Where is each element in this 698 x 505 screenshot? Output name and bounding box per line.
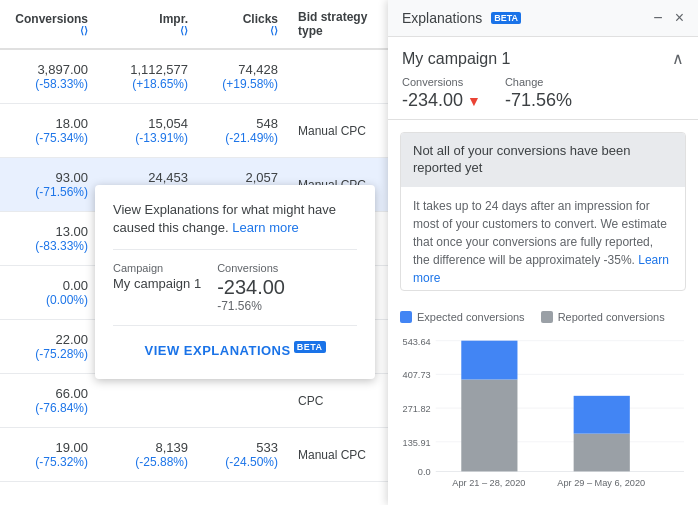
bar-reported-2 xyxy=(574,433,630,471)
metric-conversions: Conversions -234.00 ▼ xyxy=(402,76,481,111)
bar-expected-2 xyxy=(574,395,630,433)
conversions-change-3: (-83.33%) xyxy=(12,239,88,253)
cell-conversions-1: 18.00 (-75.34%) xyxy=(0,110,100,151)
warning-body-text: It takes up to 24 days after an impressi… xyxy=(413,199,667,267)
sort-icon-impr[interactable]: ⟨⟩ xyxy=(112,26,188,36)
svg-text:0.0: 0.0 xyxy=(418,467,431,477)
tooltip-divider xyxy=(113,249,357,250)
tooltip-campaign: Campaign My campaign 1 xyxy=(113,262,201,313)
cell-clicks-7: 533 (-24.50%) xyxy=(200,434,290,475)
cell-conversions-4: 0.00 (0.00%) xyxy=(0,272,100,313)
cell-conversions-0: 3,897.00 (-58.33%) xyxy=(0,56,100,97)
tooltip-description: View Explanations for what might have ca… xyxy=(113,201,357,237)
cta-label: VIEW EXPLANATIONS xyxy=(144,344,290,359)
conversions-change-1: (-75.34%) xyxy=(12,131,88,145)
chart-legend: Expected conversions Reported conversion… xyxy=(388,303,698,327)
metric-conversions-value: -234.00 ▼ xyxy=(402,90,481,111)
down-arrow-icon: ▼ xyxy=(467,93,481,109)
reported-color-swatch xyxy=(541,311,553,323)
cell-bid-1: Manual CPC xyxy=(290,118,390,144)
conversions-main-5: 22.00 xyxy=(12,332,88,347)
col-conversions-label: Conversions xyxy=(15,12,88,26)
close-button[interactable]: × xyxy=(675,10,684,26)
tooltip-conversions-pct: -71.56% xyxy=(217,299,285,313)
conversions-change-2: (-71.56%) xyxy=(12,185,88,199)
expected-color-swatch xyxy=(400,311,412,323)
bar-chart: 543.64 407.73 271.82 135.91 0.0 xyxy=(400,331,686,497)
legend-expected-label: Expected conversions xyxy=(417,311,525,323)
conversions-main-4: 0.00 xyxy=(12,278,88,293)
collapse-icon[interactable]: ∧ xyxy=(672,49,684,68)
cell-bid-7: Manual CPC xyxy=(290,442,390,468)
col-header-impr[interactable]: Impr. ⟨⟩ xyxy=(100,4,200,44)
cell-bid-6: CPC xyxy=(290,388,390,414)
col-header-clicks[interactable]: Clicks ⟨⟩ xyxy=(200,4,290,44)
sort-icon-conversions[interactable]: ⟨⟩ xyxy=(12,26,88,36)
conversions-change-6: (-76.84%) xyxy=(12,401,88,415)
clicks-main-2: 2,057 xyxy=(212,170,278,185)
col-bid-label: Bid strategy type xyxy=(298,10,367,38)
svg-text:Apr 21 – 28, 2020: Apr 21 – 28, 2020 xyxy=(452,477,525,487)
table-row[interactable]: 66.00 (-76.84%) CPC xyxy=(0,374,390,428)
cell-impr-0: 1,112,577 (+18.65%) xyxy=(100,56,200,97)
cell-clicks-1: 548 (-21.49%) xyxy=(200,110,290,151)
impr-main-7: 8,139 xyxy=(112,440,188,455)
minimize-button[interactable]: − xyxy=(653,10,662,26)
svg-text:135.91: 135.91 xyxy=(403,437,431,447)
cell-clicks-6 xyxy=(200,395,290,407)
tooltip-divider-2 xyxy=(113,325,357,326)
conversions-change-4: (0.00%) xyxy=(12,293,88,307)
tooltip-popup: View Explanations for what might have ca… xyxy=(95,185,375,379)
cell-impr-7: 8,139 (-25.88%) xyxy=(100,434,200,475)
col-clicks-label: Clicks xyxy=(243,12,278,26)
conversions-number: -234.00 xyxy=(402,90,463,111)
conversions-change-0: (-58.33%) xyxy=(12,77,88,91)
metric-change: Change -71.56% xyxy=(505,76,572,111)
panel-title-text: Explanations xyxy=(402,10,482,26)
table-row[interactable]: 3,897.00 (-58.33%) 1,112,577 (+18.65%) 7… xyxy=(0,50,390,104)
clicks-main-0: 74,428 xyxy=(212,62,278,77)
tooltip-conversions-value: -234.00 xyxy=(217,276,285,299)
panel-beta-badge: BETA xyxy=(491,12,521,24)
tooltip-conversions-label: Conversions xyxy=(217,262,285,274)
legend-reported-label: Reported conversions xyxy=(558,311,665,323)
table-header: Conversions ⟨⟩ Impr. ⟨⟩ Clicks ⟨⟩ Bid st… xyxy=(0,0,390,50)
cell-conversions-7: 19.00 (-75.32%) xyxy=(0,434,100,475)
warning-title: Not all of your conversions have been re… xyxy=(401,133,685,187)
cell-clicks-0: 74,428 (+19.58%) xyxy=(200,56,290,97)
legend-reported: Reported conversions xyxy=(541,311,665,323)
svg-text:271.82: 271.82 xyxy=(403,404,431,414)
conversions-main-1: 18.00 xyxy=(12,116,88,131)
view-explanations-button[interactable]: VIEW EXPLANATIONSBETA xyxy=(144,338,325,362)
conversions-main-3: 13.00 xyxy=(12,224,88,239)
conversions-main-7: 19.00 xyxy=(12,440,88,455)
col-header-conversions[interactable]: Conversions ⟨⟩ xyxy=(0,4,100,44)
impr-main-0: 1,112,577 xyxy=(112,62,188,77)
impr-main-2: 24,453 xyxy=(112,170,188,185)
tooltip-desc-text: View Explanations for what might have ca… xyxy=(113,202,336,235)
bar-reported-1 xyxy=(461,379,517,471)
sort-icon-clicks[interactable]: ⟨⟩ xyxy=(212,26,278,36)
cell-impr-1: 15,054 (-13.91%) xyxy=(100,110,200,151)
tooltip-body: Campaign My campaign 1 Conversions -234.… xyxy=(113,262,357,313)
conversions-change-5: (-75.28%) xyxy=(12,347,88,361)
campaign-section: My campaign 1 ∧ Conversions -234.00 ▼ Ch… xyxy=(388,37,698,120)
panel-header: Explanations BETA − × xyxy=(388,0,698,37)
conversions-main-6: 66.00 xyxy=(12,386,88,401)
col-impr-label: Impr. xyxy=(159,12,188,26)
clicks-change-0: (+19.58%) xyxy=(212,77,278,91)
cell-impr-6 xyxy=(100,395,200,407)
table-row[interactable]: 19.00 (-75.32%) 8,139 (-25.88%) 533 (-24… xyxy=(0,428,390,482)
bar-expected-1 xyxy=(461,340,517,379)
clicks-main-7: 533 xyxy=(212,440,278,455)
impr-change-0: (+18.65%) xyxy=(112,77,188,91)
tooltip-learn-more-link[interactable]: Learn more xyxy=(232,220,298,235)
svg-text:543.64: 543.64 xyxy=(403,336,431,346)
legend-expected: Expected conversions xyxy=(400,311,525,323)
tooltip-campaign-label: Campaign xyxy=(113,262,201,274)
impr-main-1: 15,054 xyxy=(112,116,188,131)
col-header-bid: Bid strategy type xyxy=(290,2,390,46)
impr-change-7: (-25.88%) xyxy=(112,455,188,469)
table-row[interactable]: 18.00 (-75.34%) 15,054 (-13.91%) 548 (-2… xyxy=(0,104,390,158)
clicks-change-1: (-21.49%) xyxy=(212,131,278,145)
